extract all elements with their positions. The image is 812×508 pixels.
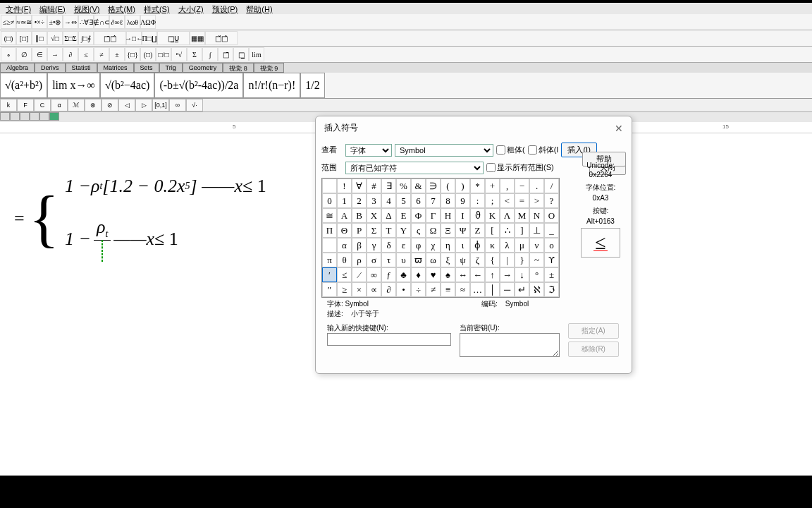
symbol-cell[interactable]: Ω: [426, 223, 441, 238]
toolbar-button[interactable]: λωθ: [125, 15, 140, 29]
symbol-cell[interactable]: ρ: [352, 253, 367, 267]
toolbar-button[interactable]: Π□∐: [142, 31, 157, 45]
symbol-cell[interactable]: ?: [544, 193, 559, 208]
symbol-cell[interactable]: *: [470, 179, 485, 193]
symbol-cell[interactable]: λ: [500, 238, 515, 253]
symbol-cell[interactable]: Σ: [367, 223, 381, 238]
template-tab[interactable]: Statisti: [66, 63, 97, 73]
symbol-cell[interactable]: >: [529, 193, 544, 208]
symbol-cell[interactable]: η: [441, 238, 455, 253]
symbol-cell[interactable]: Η: [441, 208, 455, 223]
toolbar-button[interactable]: ⁿ√: [171, 47, 187, 61]
symbol-cell[interactable]: {: [485, 253, 500, 267]
toolbar-button[interactable]: □/□: [156, 47, 171, 61]
symbol-cell[interactable]: ⊥: [529, 223, 544, 238]
symbol-cell[interactable]: [322, 238, 337, 253]
symbol-cell[interactable]: Β: [352, 208, 367, 223]
symbol-cell[interactable]: /: [544, 179, 559, 193]
symbol-cell[interactable]: 6: [411, 193, 426, 208]
symbol-cell[interactable]: 8: [441, 193, 455, 208]
toolbar-button[interactable]: ∂∞ℓ: [109, 15, 125, 29]
symbol-cell[interactable]: ∃: [381, 179, 396, 193]
symbol-cell[interactable]: ″: [322, 282, 337, 297]
mini-btn[interactable]: [10, 112, 20, 121]
mini-btn-active[interactable]: [49, 112, 59, 121]
symbol-button[interactable]: ∞: [169, 99, 186, 111]
toolbar-button[interactable]: ‖□: [32, 31, 47, 45]
remove-button[interactable]: 移除(R): [568, 341, 619, 357]
menu-item[interactable]: 视图(V): [70, 3, 104, 14]
template-button[interactable]: n!/r!(n−r)!: [243, 73, 300, 98]
symbol-button[interactable]: √·: [186, 99, 203, 111]
symbol-cell[interactable]: ×: [352, 282, 367, 297]
template-tab[interactable]: Trig: [159, 63, 183, 73]
toolbar-button[interactable]: ∂: [63, 47, 78, 61]
toolbar-button[interactable]: ≤: [78, 47, 94, 61]
symbol-cell[interactable]: …: [470, 282, 485, 297]
template-button[interactable]: 1/2: [300, 73, 324, 98]
symbol-cell[interactable]: ′: [322, 267, 337, 282]
template-tab[interactable]: Matrices: [97, 63, 134, 73]
toolbar-button[interactable]: •×÷: [32, 15, 47, 29]
menu-item[interactable]: 编辑(E): [35, 3, 70, 14]
symbol-cell[interactable]: α: [337, 238, 352, 253]
symbol-cell[interactable]: •: [396, 282, 411, 297]
symbol-cell[interactable]: Ι: [455, 208, 470, 223]
symbol-cell[interactable]: Ο: [544, 208, 559, 223]
symbol-cell[interactable]: π: [322, 253, 337, 267]
template-tab[interactable]: Sets: [134, 63, 159, 73]
symbol-cell[interactable]: ♥: [426, 267, 441, 282]
italic-checkbox[interactable]: 斜体(I: [528, 145, 559, 155]
symbol-button[interactable]: ⊗: [85, 99, 102, 111]
symbol-cell[interactable]: |: [500, 253, 515, 267]
symbol-cell[interactable]: Υ: [396, 223, 411, 238]
empty-placeholder[interactable]: [102, 240, 103, 262]
mini-btn[interactable]: [0, 112, 10, 121]
toolbar-button[interactable]: →: [47, 47, 63, 61]
symbol-cell[interactable]: ψ: [455, 253, 470, 267]
symbol-cell[interactable]: ο: [544, 238, 559, 253]
symbol-cell[interactable]: ƒ: [381, 267, 396, 282]
symbol-cell[interactable]: Ζ: [470, 223, 485, 238]
symbol-cell[interactable]: !: [337, 179, 352, 193]
symbol-cell[interactable]: ≠: [426, 282, 441, 297]
symbol-cell[interactable]: Θ: [337, 223, 352, 238]
symbol-cell[interactable]: μ: [515, 238, 529, 253]
toolbar-button[interactable]: ∴∀∃: [78, 15, 94, 29]
symbol-cell[interactable]: δ: [381, 238, 396, 253]
template-tab[interactable]: Algebra: [0, 63, 35, 73]
symbol-cell[interactable]: χ: [426, 238, 441, 253]
symbol-cell[interactable]: ⁄: [352, 267, 367, 282]
toolbar-button[interactable]: →□←: [126, 31, 142, 45]
toolbar-button[interactable]: ∉∩⊂: [94, 15, 109, 29]
font-select[interactable]: Symbol: [395, 144, 493, 157]
symbol-cell[interactable]: ν: [529, 238, 544, 253]
symbol-cell[interactable]: ;: [485, 193, 500, 208]
symbol-button[interactable]: ℳ: [68, 99, 85, 111]
symbol-cell[interactable]: ξ: [441, 253, 455, 267]
symbol-cell[interactable]: Γ: [426, 208, 441, 223]
symbol-cell[interactable]: &: [411, 179, 426, 193]
symbol-cell[interactable]: Ν: [529, 208, 544, 223]
symbol-cell[interactable]: Π: [322, 223, 337, 238]
symbol-cell[interactable]: Ψ: [455, 223, 470, 238]
symbol-cell[interactable]: ∞: [367, 267, 381, 282]
symbol-cell[interactable]: →: [500, 267, 515, 282]
toolbar-button[interactable]: ▦▦: [190, 31, 205, 45]
template-button[interactable]: (-b±√(b²-4ac))/2a: [154, 73, 243, 98]
template-tab[interactable]: 视觉 8: [223, 63, 254, 73]
toolbar-button[interactable]: ∫: [202, 47, 218, 61]
toolbar-button[interactable]: ≤≥≠: [1, 15, 16, 29]
toolbar-button[interactable]: □̌□̂: [205, 31, 238, 45]
menu-item[interactable]: 预设(P): [208, 3, 242, 14]
symbol-cell[interactable]: #: [367, 179, 381, 193]
symbol-cell[interactable]: ι: [455, 238, 470, 253]
symbol-cell[interactable]: Μ: [515, 208, 529, 223]
template-tab[interactable]: Derivs: [35, 63, 66, 73]
toolbar-button[interactable]: →⇔: [63, 15, 78, 29]
symbol-cell[interactable]: τ: [381, 253, 396, 267]
toolbar-button[interactable]: [□]: [16, 31, 32, 45]
symbol-cell[interactable]: ÷: [411, 282, 426, 297]
symbol-button[interactable]: F: [17, 99, 34, 111]
mini-btn[interactable]: [30, 112, 39, 121]
